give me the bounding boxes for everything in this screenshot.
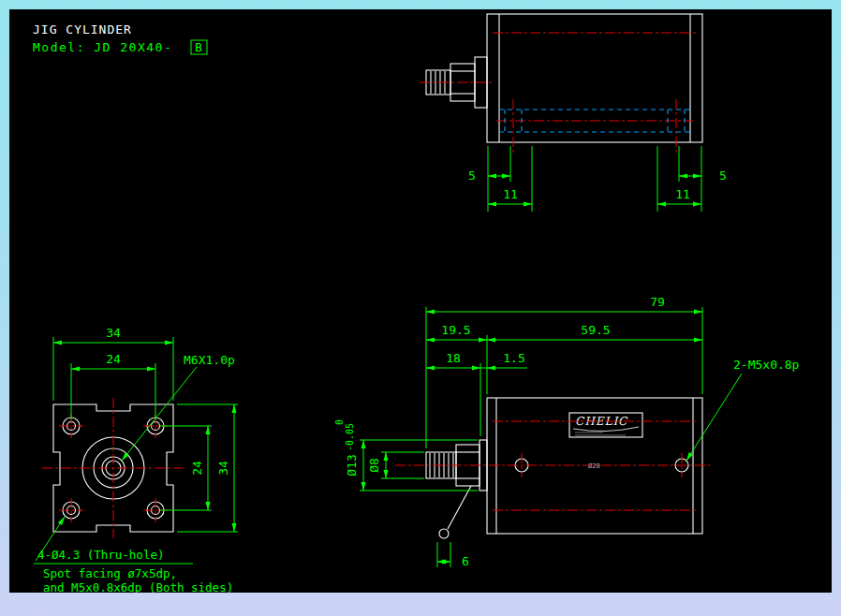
dim-text-width-34: 34	[106, 326, 121, 340]
dim-text-tol-upper: 0	[334, 419, 345, 425]
flat-detail-leader	[448, 486, 471, 529]
note-spot-facing: Spot facing ø7x5dp,	[43, 566, 177, 580]
dim-text-dia13: Ø13	[345, 454, 359, 476]
rod-thread-label: M6X1.0p	[184, 353, 235, 367]
dim-text-bolt-24: 24	[106, 352, 121, 366]
flat-detail-ball	[439, 529, 449, 538]
dim-text-5-right: 5	[719, 169, 727, 183]
model-option: B	[195, 40, 202, 54]
side-view-dimensions: 79 19.5 59.5 18 1.5 2-M5x0.8p Ø13 0 -0.0…	[334, 295, 800, 568]
dim-text-height-34: 34	[216, 461, 230, 476]
top-view-body	[426, 14, 702, 142]
drawing-viewport[interactable]: JIG CYLINDER Model: JD 20X40- B	[9, 9, 832, 593]
port-label: 2-M5x0.8p	[733, 358, 800, 372]
dim-text-19-5: 19.5	[441, 323, 470, 337]
front-view-dimensions: 34 24 M6X1.0p 24 34	[53, 326, 238, 532]
note-thru-hole: 4-Ø4.3 (Thru-hole)	[37, 548, 164, 562]
dim-text-11-left: 11	[503, 187, 518, 201]
front-view-centerlines	[42, 398, 184, 538]
leader-rod-thread	[122, 367, 197, 461]
dim-text-6: 6	[462, 554, 469, 568]
model-label: Model: JD 20X40-	[33, 40, 172, 54]
side-view-body	[426, 398, 702, 538]
bore-mark: Ø20	[588, 462, 600, 470]
dim-text-1-5: 1.5	[503, 351, 524, 365]
dim-text-dia8: Ø8	[367, 458, 381, 473]
dim-text-79: 79	[650, 295, 665, 309]
dim-text-18: 18	[446, 351, 461, 365]
front-view-notes: 4-Ø4.3 (Thru-hole) Spot facing ø7x5dp, a…	[34, 517, 233, 593]
cad-drawing: JIG CYLINDER Model: JD 20X40- B	[9, 9, 832, 593]
dim-text-5-left: 5	[468, 169, 476, 183]
dim-text-tol-lower: -0.05	[345, 423, 355, 451]
side-view-centerlines	[395, 421, 710, 510]
dim-text-bolt-24-v: 24	[190, 461, 204, 476]
dim-text-11-right: 11	[675, 187, 690, 201]
leader-ports	[686, 374, 742, 461]
top-view-dimensions: 5 11 5 11	[468, 146, 727, 212]
drawing-title: JIG CYLINDER	[33, 22, 132, 37]
top-view: 5 11 5 11	[420, 14, 727, 212]
side-view: CHELIC Ø20 79 19.5 59.5 18	[334, 295, 800, 568]
dim-text-59-5: 59.5	[581, 323, 610, 337]
cylinder-body-outline	[487, 14, 702, 142]
front-view: 34 24 M6X1.0p 24 34 4-Ø4.3 (Thru-hole) S…	[34, 326, 238, 593]
title-block: JIG CYLINDER Model: JD 20X40- B	[33, 22, 207, 54]
note-thread-depth: and M5x0.8x6dp (Both sides)	[43, 580, 233, 593]
